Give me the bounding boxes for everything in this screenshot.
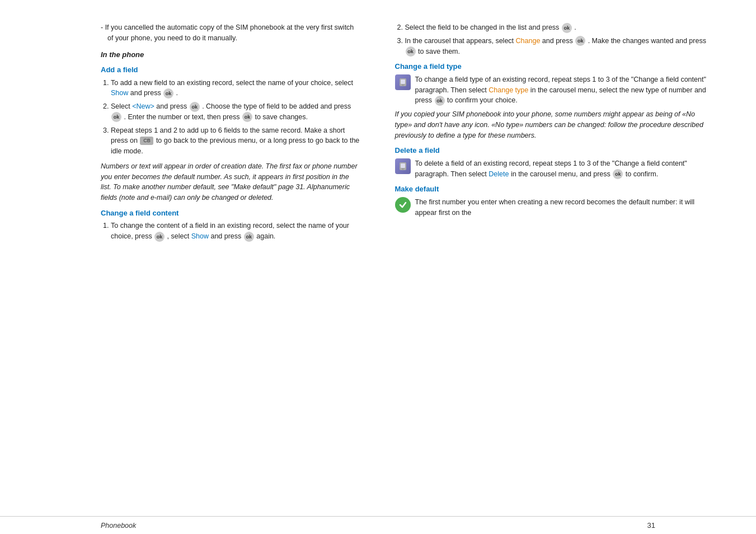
add-step-3: Repeat steps 1 and 2 to add up to 6 fiel… (111, 125, 361, 157)
check-icon (395, 197, 411, 213)
change-link: Change (516, 37, 541, 45)
make-default-text: The first number you enter when creating… (415, 197, 712, 218)
italic-warning: If you copied your SIM phonebook into yo… (395, 109, 712, 140)
content-area: - If you cancelled the automatic copy of… (0, 0, 756, 516)
svg-point-5 (402, 168, 403, 170)
delete-field-heading: Delete a field (395, 145, 712, 156)
svg-rect-1 (401, 79, 405, 84)
change-type-block: To change a field type of an existing re… (395, 74, 712, 106)
change-step-1: To change the content of a field in an e… (111, 221, 361, 242)
delete-link: Delete (489, 170, 509, 178)
footer-left: Phonebook (101, 522, 136, 530)
change-type-text: To change a field type of an existing re… (415, 74, 712, 106)
page: - If you cancelled the automatic copy of… (0, 0, 756, 534)
back-icon: CB (140, 137, 153, 145)
delete-field-text: To delete a field of an existing record,… (415, 158, 712, 180)
intro-bullet: - If you cancelled the automatic copy of… (101, 22, 361, 44)
ok-icon-11: ok (613, 169, 623, 179)
ok-icon-8: ok (575, 36, 585, 46)
ok-icon-10: ok (435, 96, 445, 106)
add-step-2: Select <New> and press ok . Choose the t… (111, 101, 361, 123)
make-default-block: The first number you enter when creating… (395, 197, 712, 218)
show-link-2: Show (191, 232, 209, 240)
new-link: <New> (132, 102, 154, 110)
change-field-type-heading: Change a field type (395, 61, 712, 72)
footer-right: 31 (647, 521, 655, 530)
delete-field-block: To delete a field of an existing record,… (395, 158, 712, 180)
ok-icon-1: ok (163, 88, 173, 99)
ok-icon-3: ok (111, 112, 121, 122)
change-field-content-heading: Change a field content (101, 208, 361, 219)
right-steps: Select the field to be changed in the li… (405, 22, 712, 57)
ok-icon-2: ok (190, 102, 200, 112)
italic-note: Numbers or text will appear in order of … (101, 161, 361, 203)
ok-icon-7: ok (562, 23, 572, 33)
right-step-2: Select the field to be changed in the li… (405, 22, 712, 33)
delete-phone-icon (395, 158, 411, 174)
add-a-field-heading: Add a field (101, 64, 361, 76)
svg-point-2 (402, 85, 403, 86)
right-step-3: In the carousel that appears, select Cha… (405, 36, 712, 57)
phone-icon (395, 74, 411, 90)
ok-icon-4: ok (242, 112, 252, 122)
ok-icon-9: ok (406, 46, 416, 57)
in-the-phone-heading: In the phone (101, 49, 361, 60)
change-field-steps: To change the content of a field in an e… (111, 221, 361, 242)
svg-rect-4 (401, 163, 405, 168)
add-field-steps: To add a new field to an existing record… (111, 78, 361, 157)
right-column: Select the field to be changed in the li… (378, 11, 757, 516)
ok-icon-5: ok (154, 232, 165, 242)
make-default-heading: Make default (395, 184, 712, 195)
show-link-1: Show (111, 89, 128, 97)
add-step-1: To add a new field to an existing record… (111, 78, 361, 99)
footer: Phonebook 31 (0, 516, 756, 534)
change-type-link: Change type (489, 86, 528, 94)
left-column: - If you cancelled the automatic copy of… (0, 11, 378, 516)
ok-icon-6: ok (244, 232, 254, 242)
